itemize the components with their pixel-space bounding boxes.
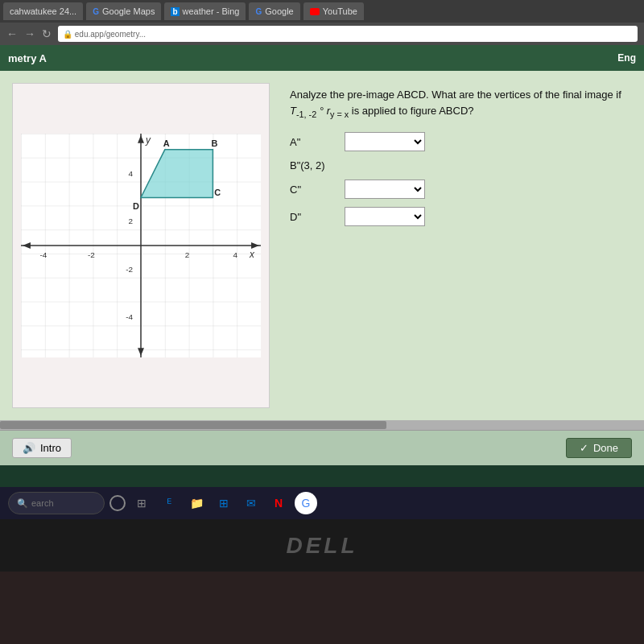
page-header-right: Eng xyxy=(617,52,636,64)
svg-text:D: D xyxy=(133,201,139,211)
answer-select-c[interactable]: (1, 2) (2, 1) xyxy=(345,180,425,199)
tab-bing[interactable]: b weather - Bing xyxy=(164,2,246,20)
svg-text:4: 4 xyxy=(129,169,134,178)
bing-icon: b xyxy=(171,7,179,16)
svg-text:-2: -2 xyxy=(88,250,95,259)
address-bar[interactable]: 🔒 edu.app/geometry... xyxy=(58,26,638,42)
refresh-button[interactable]: ↻ xyxy=(42,27,52,40)
answer-label-a: A" xyxy=(290,136,338,148)
svg-text:2: 2 xyxy=(185,250,190,259)
svg-text:A: A xyxy=(163,138,170,148)
done-label: Done xyxy=(593,442,618,454)
google-icon: G xyxy=(255,7,262,16)
answer-row-a: A" (-4, 0) (4, 2) xyxy=(290,132,628,151)
coordinate-graph: y x -4 -2 2 4 4 2 -2 -4 xyxy=(21,92,261,399)
svg-text:C: C xyxy=(214,188,221,197)
svg-text:y: y xyxy=(145,134,151,146)
question-area: Analyze the pre-image ABCD. What are the… xyxy=(286,83,632,408)
file-explorer-icon[interactable]: 📁 xyxy=(185,492,208,514)
google-taskbar-icon[interactable]: G xyxy=(295,492,317,514)
question-text: Analyze the pre-image ABCD. What are the… xyxy=(290,87,628,120)
page-header: metry A Eng xyxy=(0,45,644,71)
main-area: y x -4 -2 2 4 4 2 -2 -4 xyxy=(0,71,644,420)
answer-label-c: C" xyxy=(290,184,338,196)
answer-select-a[interactable]: (-4, 0) (4, 2) xyxy=(345,132,425,151)
answer-label-b: B"(3, 2) xyxy=(290,159,338,171)
mail-icon[interactable]: ✉ xyxy=(240,492,262,514)
scroll-thumb xyxy=(0,421,386,429)
intro-label: Intro xyxy=(40,442,61,454)
checkmark-icon: ✓ xyxy=(580,442,588,454)
answer-row-b: B"(3, 2) xyxy=(290,159,628,171)
svg-text:2: 2 xyxy=(129,217,134,225)
answer-row-d: D" (1, 0) (0, 1) xyxy=(290,207,628,226)
tab-google-maps[interactable]: G Google Maps xyxy=(86,2,161,20)
browser-tabs: cahwatukee 24... G Google Maps b weather… xyxy=(0,0,644,23)
page-bottom: 🔊 Intro ✓ Done xyxy=(0,430,644,465)
svg-text:4: 4 xyxy=(233,250,237,259)
tab-cahwatukee[interactable]: cahwatukee 24... xyxy=(3,2,83,20)
scroll-area[interactable] xyxy=(0,420,644,430)
tab-label: Google Maps xyxy=(102,6,155,16)
dell-logo: DELL xyxy=(286,533,357,559)
task-view-icon[interactable]: ⊞ xyxy=(130,492,153,514)
tab-youtube[interactable]: YouTube xyxy=(303,2,364,20)
svg-text:-4: -4 xyxy=(39,250,47,259)
svg-text:B: B xyxy=(211,138,217,148)
taskbar: 🔍 ⊞ ᴱ 📁 ⊞ ✉ N G xyxy=(0,487,644,519)
tab-google[interactable]: G Google xyxy=(249,2,299,20)
dell-area: DELL xyxy=(0,519,644,572)
svg-text:-2: -2 xyxy=(126,265,133,274)
store-icon[interactable]: ⊞ xyxy=(213,492,235,514)
browser-toolbar: ← → ↻ 🔒 edu.app/geometry... xyxy=(0,23,644,45)
address-text: 🔒 edu.app/geometry... xyxy=(63,30,146,39)
cortana-icon[interactable] xyxy=(109,495,126,511)
google-maps-icon: G xyxy=(93,7,99,16)
tab-label: cahwatukee 24... xyxy=(10,6,76,16)
done-button[interactable]: ✓ Done xyxy=(566,438,632,458)
tab-label: YouTube xyxy=(323,6,357,16)
tab-label: weather - Bing xyxy=(183,6,240,16)
edge-icon[interactable]: ᴱ xyxy=(158,492,180,514)
netflix-icon[interactable]: N xyxy=(267,492,290,514)
graph-container: y x -4 -2 2 4 4 2 -2 -4 xyxy=(12,83,270,408)
svg-text:-4: -4 xyxy=(126,312,133,321)
page-header-left: metry A xyxy=(8,52,47,64)
intro-button[interactable]: 🔊 Intro xyxy=(12,438,72,458)
tab-label: Google xyxy=(265,6,293,16)
search-input[interactable] xyxy=(31,498,88,508)
svg-text:x: x xyxy=(249,249,255,260)
answer-label-d: D" xyxy=(290,211,338,223)
page-content: metry A Eng xyxy=(0,45,644,465)
back-button[interactable]: ← xyxy=(6,27,18,40)
taskbar-search-box[interactable]: 🔍 xyxy=(8,492,105,514)
answer-row-c: C" (1, 2) (2, 1) xyxy=(290,180,628,199)
search-icon: 🔍 xyxy=(17,498,28,509)
bottom-bezel xyxy=(0,572,644,644)
speaker-icon: 🔊 xyxy=(23,442,35,454)
forward-button[interactable]: → xyxy=(24,27,35,40)
screen: cahwatukee 24... G Google Maps b weather… xyxy=(0,0,644,491)
youtube-icon xyxy=(310,8,320,15)
answer-select-d[interactable]: (1, 0) (0, 1) xyxy=(345,207,425,226)
